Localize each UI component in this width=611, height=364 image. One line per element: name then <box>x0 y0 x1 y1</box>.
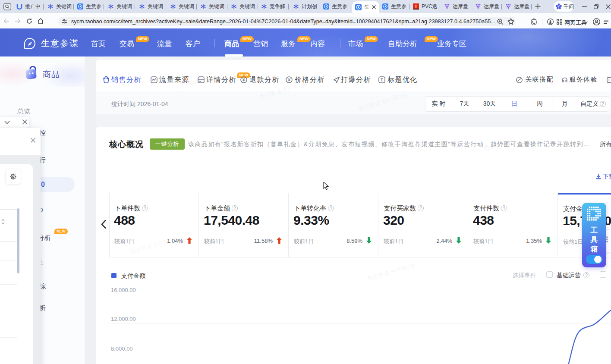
svg-text:T: T <box>415 4 417 9</box>
